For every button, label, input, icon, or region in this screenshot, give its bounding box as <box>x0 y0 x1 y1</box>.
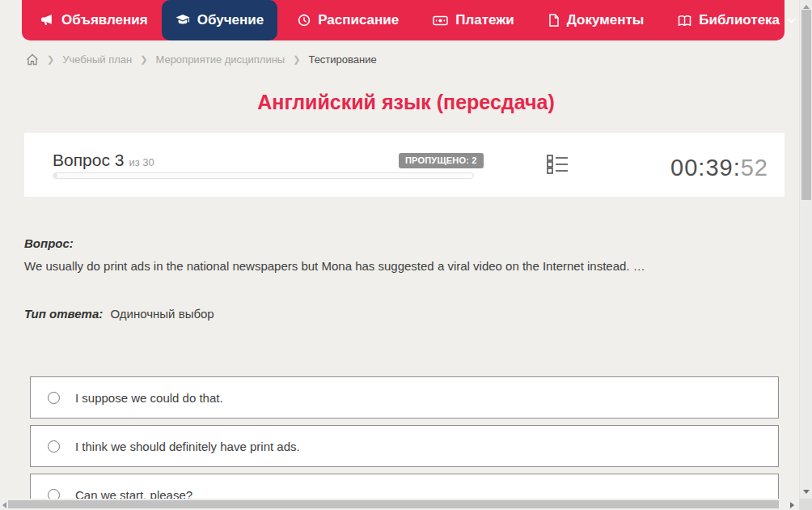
breadcrumb-separator: ❯ <box>293 54 300 65</box>
megaphone-icon <box>40 14 54 28</box>
graduation-cap-icon <box>176 14 190 27</box>
nav-item-announcements[interactable]: Объявления <box>27 0 162 40</box>
answer-option-2[interactable]: I think we should definitely have print … <box>30 425 779 467</box>
answer-option-text: I think we should definitely have print … <box>75 440 300 453</box>
nav-spacer <box>412 0 419 40</box>
breadcrumb-item-discipline-event[interactable]: Мероприятие дисциплины <box>155 53 285 66</box>
skipped-badge: ПРОПУЩЕНО: 2 <box>399 153 484 168</box>
nav-item-label: Библиотека <box>699 12 780 28</box>
home-icon[interactable] <box>26 53 39 66</box>
nav-item-documents[interactable]: Документы <box>535 0 658 40</box>
answer-type-value: Одиночный выбор <box>110 307 214 321</box>
question-status-card: Вопрос 3из 30 ПРОПУЩЕНО: 2 00:39:52 <box>24 133 785 197</box>
breadcrumb-item-testing: Тестирование <box>308 53 376 66</box>
nav-item-learning[interactable]: Обучение <box>162 0 277 40</box>
answer-option-text: I suppose we could do that. <box>75 391 223 405</box>
nav-item-schedule[interactable]: Расписание <box>284 0 412 40</box>
nav-item-label: Обучение <box>197 12 264 28</box>
scroll-down-arrow-icon[interactable] <box>803 490 810 494</box>
nav-item-label: Документы <box>567 12 645 28</box>
nav-item-payments[interactable]: Платежи <box>419 0 528 40</box>
book-icon <box>678 15 691 27</box>
answer-type: Тип ответа: Одиночный выбор <box>24 307 214 321</box>
page: Объявления Обучение Расписание Платежи <box>0 0 812 510</box>
radio-button[interactable] <box>48 440 60 453</box>
chevron-down-icon <box>787 18 796 23</box>
timer: 00:39:52 <box>670 155 768 181</box>
vertical-scrollbar-thumb[interactable] <box>801 10 811 200</box>
nav-spacer <box>528 0 535 40</box>
progress-bar <box>53 172 474 179</box>
clock-icon <box>298 14 311 27</box>
answer-type-label: Тип ответа: <box>24 307 103 321</box>
question-label: Вопрос: <box>24 236 74 250</box>
banknote-icon <box>433 15 448 27</box>
progress-bar-fill <box>53 173 57 178</box>
horizontal-scrollbar-thumb[interactable] <box>8 500 779 508</box>
question-list-button[interactable] <box>546 155 569 177</box>
breadcrumb-separator: ❯ <box>47 54 54 65</box>
nav-item-label: Объявления <box>61 12 148 28</box>
page-title: Английский язык (пересдача) <box>0 91 812 114</box>
horizontal-scrollbar[interactable] <box>0 499 799 510</box>
breadcrumb-item-curriculum[interactable]: Учебный план <box>62 53 132 66</box>
scroll-right-arrow-icon[interactable] <box>790 502 794 508</box>
nav-spacer <box>658 0 664 40</box>
question-list-icon <box>547 153 569 179</box>
document-icon <box>548 14 560 27</box>
answer-option-1[interactable]: I suppose we could do that. <box>30 376 779 419</box>
scrollbar-corner <box>799 499 812 510</box>
nav-item-label: Платежи <box>455 12 514 28</box>
nav-item-library[interactable]: Библиотека <box>664 0 810 40</box>
nav-spacer <box>277 0 284 40</box>
question-counter: Вопрос 3из 30 <box>53 151 154 170</box>
radio-button[interactable] <box>48 392 60 404</box>
breadcrumb-separator: ❯ <box>140 54 147 65</box>
scroll-up-arrow-icon[interactable] <box>803 5 810 9</box>
timer-hours-minutes: 00:39: <box>670 155 741 181</box>
nav-item-label: Расписание <box>318 12 399 28</box>
question-total: из 30 <box>129 156 154 168</box>
breadcrumb: ❯ Учебный план ❯ Мероприятие дисциплины … <box>26 51 377 67</box>
top-navbar: Объявления Обучение Расписание Платежи <box>22 0 785 40</box>
question-number: Вопрос 3 <box>53 151 124 169</box>
answer-list: I suppose we could do that. I think we s… <box>30 376 779 510</box>
timer-seconds: 52 <box>741 155 768 181</box>
scroll-left-arrow-icon[interactable] <box>2 502 6 508</box>
question-text: We usually do print ads in the national … <box>24 257 768 274</box>
vertical-scrollbar[interactable] <box>799 0 812 499</box>
